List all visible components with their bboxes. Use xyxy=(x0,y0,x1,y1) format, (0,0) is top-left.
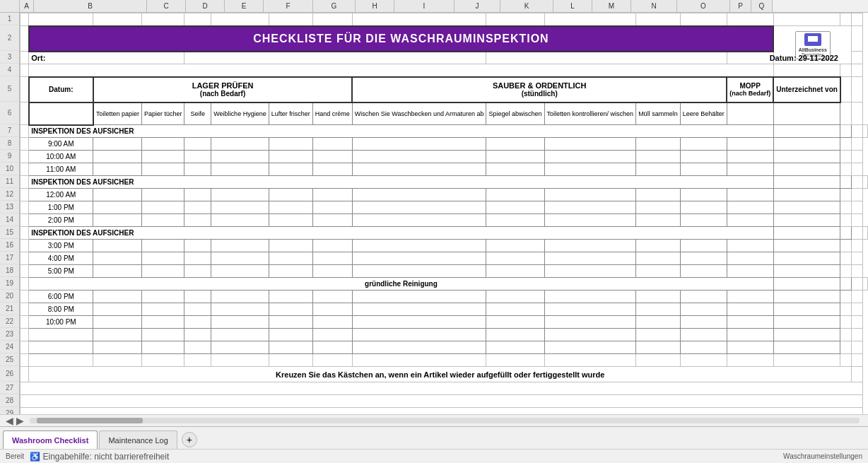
row29-empty[interactable] xyxy=(20,408,863,415)
cell-g22[interactable] xyxy=(269,316,312,329)
cell-g16[interactable] xyxy=(269,240,312,252)
cell-m21[interactable] xyxy=(680,303,727,316)
cell-i10[interactable] xyxy=(352,163,486,176)
cell-d24[interactable] xyxy=(141,341,184,354)
cell-h25[interactable] xyxy=(312,354,352,367)
cell-a4[interactable] xyxy=(20,64,29,77)
cell-g23[interactable] xyxy=(269,329,312,341)
cell-a3[interactable] xyxy=(20,52,29,64)
cell-m9[interactable] xyxy=(680,151,727,163)
cell-q4[interactable] xyxy=(852,64,863,77)
cell-q16[interactable] xyxy=(852,240,863,252)
cell-d9[interactable] xyxy=(141,151,184,163)
cell-a23[interactable] xyxy=(20,329,29,341)
cell-a20[interactable] xyxy=(20,291,29,303)
cell-n23[interactable] xyxy=(727,329,773,341)
cell-q18[interactable] xyxy=(852,265,863,278)
cell-l18[interactable] xyxy=(636,265,681,278)
cell-o19[interactable] xyxy=(840,278,852,291)
cell-p1[interactable] xyxy=(840,13,852,26)
cell-n25[interactable] xyxy=(727,354,773,367)
cell-d22[interactable] xyxy=(141,316,184,329)
col-header-e[interactable]: E xyxy=(225,0,264,12)
cell-p17[interactable] xyxy=(840,252,852,265)
cell-f20[interactable] xyxy=(211,291,269,303)
tab-maintenance-log[interactable]: Maintenance Log xyxy=(99,430,177,449)
cell-i23[interactable] xyxy=(352,329,486,341)
cell-i18[interactable] xyxy=(352,265,486,278)
cell-j16[interactable] xyxy=(486,240,544,252)
cell-a11[interactable] xyxy=(20,176,29,189)
cell-d1[interactable] xyxy=(141,13,184,26)
cell-q24[interactable] xyxy=(852,341,863,354)
cell-m14[interactable] xyxy=(680,214,727,227)
cell-k8[interactable] xyxy=(544,138,636,151)
cell-f8[interactable] xyxy=(211,138,269,151)
cell-n17[interactable] xyxy=(727,252,773,265)
cell-f23[interactable] xyxy=(211,329,269,341)
cell-q9[interactable] xyxy=(852,151,863,163)
cell-j21[interactable] xyxy=(486,303,544,316)
cell-j8[interactable] xyxy=(486,138,544,151)
cell-e18[interactable] xyxy=(184,265,211,278)
cell-e12[interactable] xyxy=(184,189,211,201)
cell-e10[interactable] xyxy=(184,163,211,176)
col-header-j[interactable]: J xyxy=(454,0,500,12)
cell-j12[interactable] xyxy=(486,189,544,201)
location-label[interactable]: Ort: xyxy=(29,52,184,64)
cell-l17[interactable] xyxy=(636,252,681,265)
cell-q23[interactable] xyxy=(852,329,863,341)
cell-n7[interactable] xyxy=(773,125,840,138)
cell-e20[interactable] xyxy=(184,291,211,303)
cell-j24[interactable] xyxy=(486,341,544,354)
cell-h16[interactable] xyxy=(312,240,352,252)
col-header-c[interactable]: C xyxy=(147,0,186,12)
cell-o18[interactable] xyxy=(773,265,840,278)
cell-f24[interactable] xyxy=(211,341,269,354)
cell-h20[interactable] xyxy=(312,291,352,303)
cell-f16[interactable] xyxy=(211,240,269,252)
cell-n20[interactable] xyxy=(727,291,773,303)
cell-j17[interactable] xyxy=(486,252,544,265)
cell-k24[interactable] xyxy=(544,341,636,354)
cell-c20[interactable] xyxy=(93,291,142,303)
cell-j25[interactable] xyxy=(486,354,544,367)
cell-f25[interactable] xyxy=(211,354,269,367)
cell-o14[interactable] xyxy=(773,214,840,227)
cell-b1[interactable] xyxy=(29,13,93,26)
cell-a1[interactable] xyxy=(20,13,29,26)
cell-q17[interactable] xyxy=(852,252,863,265)
col-header-i[interactable]: I xyxy=(394,0,454,12)
cell-h8[interactable] xyxy=(312,138,352,151)
cell-o23[interactable] xyxy=(773,329,840,341)
cell-c25[interactable] xyxy=(93,354,142,367)
cell-e14[interactable] xyxy=(184,214,211,227)
cell-i24[interactable] xyxy=(352,341,486,354)
row27-empty[interactable] xyxy=(20,382,863,395)
cell-l12[interactable] xyxy=(636,189,681,201)
cell-m24[interactable] xyxy=(680,341,727,354)
cell-l10[interactable] xyxy=(636,163,681,176)
cell-n24[interactable] xyxy=(727,341,773,354)
cell-a19[interactable] xyxy=(20,278,29,291)
cell-g20[interactable] xyxy=(269,291,312,303)
cell-k25[interactable] xyxy=(544,354,636,367)
cell-o25[interactable] xyxy=(773,354,840,367)
cell-d25[interactable] xyxy=(141,354,184,367)
cell-b6[interactable] xyxy=(29,102,93,125)
cell-c24[interactable] xyxy=(93,341,142,354)
cell-q1[interactable] xyxy=(852,13,863,26)
cell-g9[interactable] xyxy=(269,151,312,163)
cell-m22[interactable] xyxy=(680,316,727,329)
cell-m18[interactable] xyxy=(680,265,727,278)
cell-c9[interactable] xyxy=(93,151,142,163)
cell-f18[interactable] xyxy=(211,265,269,278)
cell-g13[interactable] xyxy=(269,201,312,214)
cell-i1[interactable] xyxy=(352,13,486,26)
cell-m13[interactable] xyxy=(680,201,727,214)
cell-q19[interactable] xyxy=(863,278,868,291)
cell-g12[interactable] xyxy=(269,189,312,201)
cell-o17[interactable] xyxy=(773,252,840,265)
col-header-o[interactable]: O xyxy=(677,0,730,12)
cell-f1[interactable] xyxy=(211,13,269,26)
